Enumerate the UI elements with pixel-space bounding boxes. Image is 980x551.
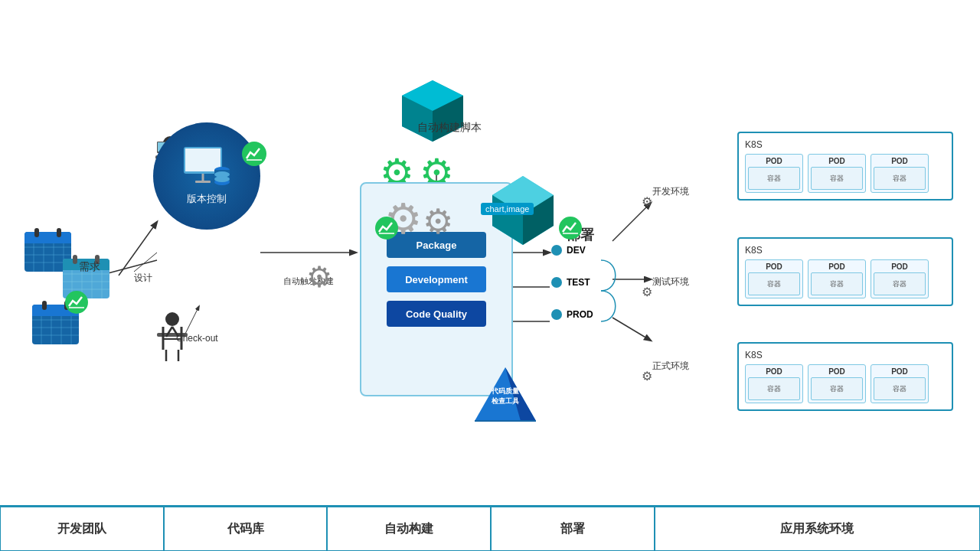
deploy-section: DEV TEST PROD (551, 230, 643, 320)
k8s-prod: K8S POD 容器 POD 容器 POD 容器 (737, 342, 953, 411)
dev-dot (551, 245, 562, 256)
calendar-chart (31, 298, 80, 351)
pod-test-2: POD 容器 (808, 259, 866, 298)
pyramid-label: 代码质量检查工具 (475, 386, 536, 406)
prod-label: PROD (567, 309, 593, 320)
svg-rect-43 (34, 228, 39, 237)
section-deploy: 部署 (491, 507, 655, 551)
test-row: TEST (551, 277, 643, 288)
pod-prod-1: POD 容器 (745, 364, 803, 403)
section-auto-build: 自动构建 (327, 507, 491, 551)
svg-text:⚙: ⚙ (642, 370, 652, 382)
svg-point-24 (165, 312, 179, 326)
svg-rect-67 (42, 301, 47, 310)
gear-dev-env: ⚙ (642, 194, 655, 210)
prod-row: PROD (551, 309, 643, 320)
pod-test-1: POD 容器 (745, 259, 803, 298)
svg-text:⚙: ⚙ (642, 285, 652, 298)
svg-text:⚙: ⚙ (642, 195, 652, 207)
pod-dev-2: POD 容器 (808, 154, 866, 193)
k8s-test: K8S POD 容器 POD 容器 POD 容器 (737, 237, 953, 306)
pod-prod-3: POD 容器 (871, 364, 929, 403)
build-green-badge (375, 217, 398, 243)
k8s-dev-label: K8S (745, 139, 946, 150)
svg-line-2 (134, 253, 157, 272)
k8s-prod-label: K8S (745, 350, 946, 360)
test-dot (551, 277, 562, 288)
dev-label: DEV (567, 245, 586, 256)
test-env-label: 测试环境 (652, 276, 689, 289)
chart-image-label: chart,image (481, 203, 534, 215)
main-container: Check-in Check-out (0, 0, 980, 551)
stage-development: Development (387, 266, 486, 292)
checkout-label: Check-out (176, 333, 218, 344)
version-control-circle: 版本控制 (153, 122, 260, 230)
stage-code-quality: Code Quality (387, 301, 486, 327)
version-green-badge (242, 142, 266, 169)
demand-label: 需求 (79, 260, 100, 274)
prod-env-label: 正式环境 (652, 360, 689, 373)
section-app-env: 应用系统环境 (655, 507, 980, 551)
svg-text:⚙: ⚙ (423, 202, 453, 237)
design-label: 设计 (134, 272, 152, 285)
svg-rect-55 (73, 255, 77, 264)
section-code-repo: 代码库 (164, 507, 328, 551)
section-dev-team: 开发团队 (0, 507, 164, 551)
gear-trigger: ⚙ (306, 260, 345, 294)
prod-dot (551, 309, 562, 320)
svg-point-79 (214, 176, 230, 182)
pod-prod-2: POD 容器 (808, 364, 866, 403)
gear-test-env: ⚙ (642, 284, 655, 301)
svg-line-0 (119, 222, 157, 276)
svg-rect-35 (24, 240, 71, 243)
pod-dev-3: POD 容器 (871, 154, 929, 193)
k8s-test-pods: POD 容器 POD 容器 POD 容器 (745, 259, 946, 298)
svg-rect-72 (185, 148, 220, 171)
deploy-green-badge (559, 217, 582, 243)
gear-prod-env: ⚙ (642, 368, 655, 385)
auto-build-label: 自动构建脚本 (417, 121, 482, 135)
svg-rect-74 (195, 181, 211, 183)
k8s-prod-pods: POD 容器 POD 容器 POD 容器 (745, 364, 946, 403)
k8s-dev-pods: POD 容器 POD 容器 POD 容器 (745, 154, 946, 193)
svg-text:⚙: ⚙ (306, 261, 332, 291)
dev-row: DEV (551, 245, 643, 256)
test-label: TEST (567, 277, 590, 288)
pipeline-gears: ⚙ ⚙ (384, 191, 484, 240)
pod-dev-1: POD 容器 (745, 154, 803, 193)
svg-line-12 (612, 318, 651, 341)
version-control-label: 版本控制 (187, 192, 227, 206)
svg-rect-44 (57, 228, 61, 237)
green-chart-badge (65, 291, 88, 317)
pyramid-container: 代码质量检查工具 (471, 364, 540, 428)
pod-test-3: POD 容器 (871, 259, 929, 298)
k8s-dev: K8S POD 容器 POD 容器 POD 容器 (737, 132, 953, 201)
auto-build-box (398, 77, 467, 148)
diagram-area: Check-in Check-out (0, 0, 980, 505)
bottom-bar: 开发团队 代码库 自动构建 部署 应用系统环境 (0, 505, 980, 551)
k8s-test-label: K8S (745, 245, 946, 256)
dev-env-label: 开发环境 (652, 185, 689, 198)
